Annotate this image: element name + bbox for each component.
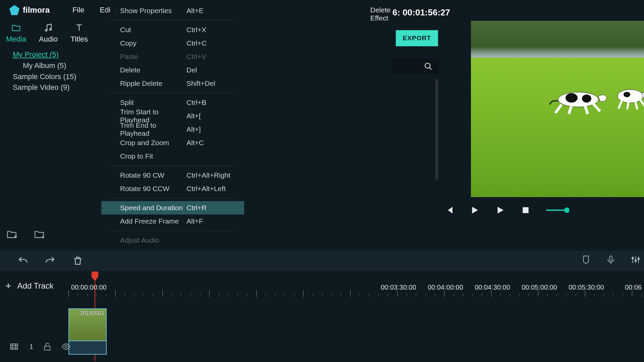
ctx-item-label: Split xyxy=(120,99,186,107)
video-preview[interactable] xyxy=(471,21,644,197)
ctx-item-rotate-90-ccw[interactable]: Rotate 90 CCWCtrl+Alt+Left xyxy=(120,182,362,195)
svg-rect-9 xyxy=(609,256,612,261)
preview-panel xyxy=(471,21,644,197)
tree-item-sample-video[interactable]: Sample Video (9) xyxy=(13,82,107,93)
ctx-separator xyxy=(108,93,235,93)
svg-rect-8 xyxy=(523,207,529,213)
menu-file[interactable]: File xyxy=(66,4,90,16)
voiceover-icon[interactable] xyxy=(606,255,616,265)
redo-icon[interactable] xyxy=(45,255,56,266)
ctx-item-crop-to-fit[interactable]: Crop to Fit xyxy=(120,149,362,163)
menu-edit[interactable]: Edi xyxy=(94,4,116,16)
ctx-item-label: Crop and Zoom xyxy=(120,139,186,147)
preview-background-grass xyxy=(471,58,644,197)
svg-point-4 xyxy=(566,93,578,103)
track-controls: 1 xyxy=(9,342,71,351)
plus-icon: + xyxy=(5,280,11,292)
undo-icon[interactable] xyxy=(17,255,28,266)
ctx-item-shortcut: Ctrl+B xyxy=(186,99,206,107)
ctx-item-shortcut: Del xyxy=(186,66,197,74)
volume-thumb[interactable] xyxy=(564,207,570,213)
app-logo-icon xyxy=(9,5,19,15)
ctx-item-split[interactable]: SplitCtrl+B xyxy=(120,96,362,109)
ctx-item-speed-and-duration[interactable]: Speed and DurationCtrl+R xyxy=(101,201,244,215)
media-tree: My Project (5) My Album (5) Sample Color… xyxy=(0,44,107,93)
ctx-item-ripple-delete[interactable]: Ripple DeleteShift+Del xyxy=(120,77,362,90)
volume-slider[interactable] xyxy=(546,209,568,211)
ctx-item-label: Rotate 90 CCW xyxy=(120,185,186,193)
ctx-item-label: Add Freeze Frame xyxy=(120,217,186,225)
folder-icon xyxy=(11,23,21,33)
ctx-item-shortcut: Ctrl+Alt+Left xyxy=(186,185,226,193)
export-button[interactable]: EXPORT xyxy=(396,30,438,46)
ruler-ticks xyxy=(68,290,644,298)
ctx-item-shortcut: Alt+C xyxy=(186,139,204,147)
ctx-item-label: Speed and Duration xyxy=(120,204,186,212)
ctx-item-label: Rotate 90 CW xyxy=(120,171,186,179)
timeline: + Add Track 00:00:00:00 00:03:30:0000:04… xyxy=(0,271,644,362)
ctx-item-label: Crop to Fit xyxy=(120,152,186,160)
add-track-button[interactable]: + Add Track xyxy=(5,280,54,292)
svg-point-10 xyxy=(632,257,634,259)
svg-point-11 xyxy=(635,260,637,261)
next-frame-icon[interactable] xyxy=(495,205,505,215)
unlock-icon[interactable] xyxy=(43,342,52,351)
ctx-item-shortcut: Ctrl+V xyxy=(186,53,206,61)
tree-item-my-project[interactable]: My Project (5) xyxy=(13,50,107,60)
svg-point-1 xyxy=(50,29,51,31)
tab-media[interactable]: Media xyxy=(6,23,26,44)
ctx-item-shortcut: Ctrl+Alt+Right xyxy=(186,171,230,179)
ctx-item-label: Adjust Audio xyxy=(120,236,186,244)
track-number: 1 xyxy=(30,343,33,351)
timeline-toolbar xyxy=(0,251,644,271)
preview-subject-dog-2 xyxy=(612,81,644,111)
tab-audio[interactable]: Audio xyxy=(39,23,58,44)
ctx-item-crop-and-zoom[interactable]: Crop and ZoomAlt+C xyxy=(120,136,362,149)
ctx-item-shortcut: Alt+F xyxy=(186,217,203,225)
search-area[interactable] xyxy=(392,58,439,74)
preview-subject-dog-1 xyxy=(548,84,608,115)
ctx-separator xyxy=(108,231,235,231)
filmstrip-icon[interactable] xyxy=(9,342,19,351)
tree-item-my-album[interactable]: My Album (5) xyxy=(13,61,107,71)
preview-background-trees xyxy=(471,21,644,58)
delete-icon[interactable] xyxy=(72,255,83,266)
timeline-clip-audio[interactable] xyxy=(68,341,107,355)
mixer-icon[interactable] xyxy=(631,255,641,265)
timeline-clip[interactable]: 20180503 xyxy=(68,308,107,341)
ctx-item-shortcut: Ctrl+C xyxy=(186,39,207,47)
ctx-item-adjust-audio: Adjust Audio xyxy=(120,234,362,247)
tree-item-sample-colors[interactable]: Sample Colors (15) xyxy=(13,72,107,82)
svg-rect-13 xyxy=(11,344,18,349)
ctx-item-trim-end-to-playhead[interactable]: Trim End to PlayheadAlt+] xyxy=(120,123,362,136)
svg-point-0 xyxy=(45,29,47,31)
search-icon xyxy=(424,62,433,71)
eye-icon[interactable] xyxy=(61,342,71,351)
prev-frame-icon[interactable] xyxy=(444,205,454,215)
ctx-item-trim-start-to-playhead[interactable]: Trim Start to PlayheadAlt+[ xyxy=(120,109,362,123)
remove-folder-icon[interactable] xyxy=(34,229,45,240)
ctx-delete-effect[interactable]: Delete Effect xyxy=(370,6,392,22)
add-track-label: Add Track xyxy=(17,281,54,291)
ctx-item-cut[interactable]: CutCtrl+X xyxy=(120,23,362,37)
ctx-item-shortcut: Alt+E xyxy=(186,7,204,15)
ctx-item-copy[interactable]: CopyCtrl+C xyxy=(120,37,362,50)
media-scrollbar[interactable] xyxy=(435,79,438,180)
svg-rect-14 xyxy=(45,346,50,350)
marker-icon[interactable] xyxy=(581,255,591,265)
tab-label: Titles xyxy=(70,35,88,44)
svg-point-2 xyxy=(425,63,430,68)
text-icon xyxy=(74,23,84,33)
stop-icon[interactable] xyxy=(521,205,531,215)
ctx-item-add-freeze-frame[interactable]: Add Freeze FrameAlt+F xyxy=(120,215,362,228)
ctx-item-delete[interactable]: DeleteDel xyxy=(120,63,362,77)
tab-titles[interactable]: Titles xyxy=(70,23,88,44)
svg-point-12 xyxy=(638,258,639,260)
ctx-item-paste: PasteCtrl+V xyxy=(120,50,362,63)
ctx-item-show-properties[interactable]: Show PropertiesAlt+E xyxy=(120,4,362,17)
play-icon[interactable] xyxy=(470,205,480,215)
svg-point-15 xyxy=(65,346,67,348)
ctx-item-label: Paste xyxy=(120,53,186,61)
ctx-item-rotate-90-cw[interactable]: Rotate 90 CWCtrl+Alt+Right xyxy=(120,169,362,182)
add-folder-icon[interactable] xyxy=(6,229,17,240)
